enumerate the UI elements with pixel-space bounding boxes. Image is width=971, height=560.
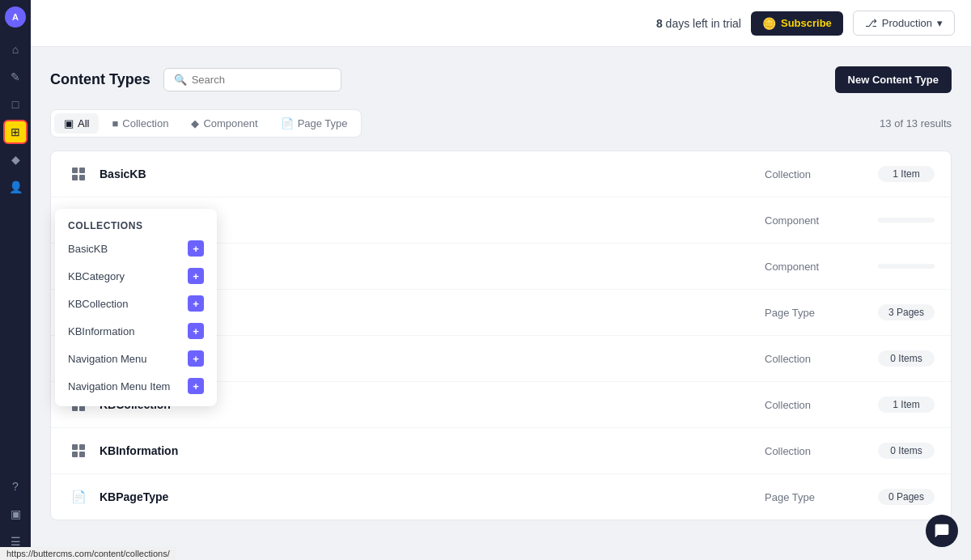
sidebar-item-media[interactable]: ◆ <box>3 147 28 172</box>
search-input[interactable] <box>192 74 331 86</box>
dropdown-item[interactable]: Navigation Menu + <box>55 345 217 372</box>
row-badge: 3 Pages <box>878 304 935 320</box>
dropdown-item[interactable]: BasicKB + <box>55 235 217 262</box>
search-icon: 🔍 <box>174 74 187 86</box>
row-badge <box>878 264 935 269</box>
add-icon[interactable]: + <box>188 378 204 394</box>
trial-info: 8 days left in trial <box>656 17 741 30</box>
tab-collection[interactable]: ■ Collection <box>102 113 178 134</box>
production-button[interactable]: ⎇ Production ▾ <box>853 11 955 36</box>
add-icon[interactable]: + <box>188 240 204 257</box>
page-title: Content Types <box>50 71 151 88</box>
row-badge <box>878 218 935 223</box>
coin-icon: 🪙 <box>762 17 776 30</box>
row-type-icon <box>67 163 90 185</box>
dropdown-header: Collections <box>55 215 217 235</box>
main-area: 8 days left in trial 🪙 Subscribe ⎇ Produ… <box>31 0 971 560</box>
component-icon: ◆ <box>191 117 199 129</box>
add-icon[interactable]: + <box>188 295 204 312</box>
row-badge: 0 Items <box>878 443 935 459</box>
collection-icon: ■ <box>112 117 118 129</box>
trial-text: days left in trial <box>666 17 741 30</box>
row-type: Page Type <box>765 307 878 319</box>
production-label: Production <box>882 17 932 29</box>
row-type: Collection <box>765 353 878 365</box>
url-bar: https://buttercms.com/content/collection… <box>0 547 176 560</box>
sidebar-item-modules[interactable]: ▣ <box>3 502 28 526</box>
dropdown-item-label: Navigation Menu Item <box>68 380 170 392</box>
trial-days: 8 <box>656 17 663 30</box>
dropdown-item-label: Navigation Menu <box>68 353 147 365</box>
row-type: Page Type <box>765 491 878 503</box>
table-row[interactable]: 📄 KBPageType Page Type 0 Pages <box>51 474 951 520</box>
new-content-type-button[interactable]: New Content Type <box>835 66 952 93</box>
sidebar-item-audience[interactable]: 👤 <box>3 175 28 199</box>
tab-all[interactable]: ▣ All <box>54 113 99 134</box>
dropdown-item[interactable]: KBCollection + <box>55 290 217 317</box>
filter-row: ▣ All ■ Collection ◆ Component 📄 Page Ty… <box>50 109 952 138</box>
row-name: BasicKB <box>100 168 765 180</box>
sidebar-item-pages[interactable]: □ <box>3 92 28 117</box>
filter-tabs: ▣ All ■ Collection ◆ Component 📄 Page Ty… <box>50 109 362 138</box>
avatar[interactable]: A <box>5 6 26 28</box>
content-area: Content Types 🔍 New Content Type ▣ All ■… <box>31 47 971 560</box>
tab-page-type[interactable]: 📄 Page Type <box>271 113 358 134</box>
dropdown-item[interactable]: Navigation Menu Item + <box>55 372 217 400</box>
add-icon[interactable]: + <box>188 350 204 367</box>
row-type: Collection <box>765 445 878 457</box>
add-icon[interactable]: + <box>188 323 204 339</box>
chevron-down-icon: ▾ <box>937 17 943 29</box>
dropdown-item-label: BasicKB <box>68 243 108 255</box>
search-box: 🔍 <box>163 68 341 91</box>
results-count: 13 of 13 results <box>880 117 952 129</box>
table-row[interactable]: KBInformation Collection 0 Items <box>51 428 951 474</box>
row-type-icon: 📄 <box>67 486 90 508</box>
dropdown-item[interactable]: KBCategory + <box>55 262 217 290</box>
dropdown-item-label: KBCategory <box>68 270 125 282</box>
all-icon: ▣ <box>64 117 74 129</box>
collections-dropdown: Collections BasicKB + KBCategory + KBCol… <box>55 209 217 406</box>
page-type-icon: 📄 <box>281 117 294 129</box>
row-type: Component <box>765 214 878 227</box>
dropdown-item-label: KBInformation <box>68 325 134 337</box>
row-type-icon <box>67 439 90 462</box>
subscribe-label: Subscribe <box>781 17 832 29</box>
sidebar-item-help[interactable]: ? <box>3 474 28 498</box>
chat-bubble[interactable] <box>926 515 958 547</box>
table-row[interactable]: BasicKB Collection 1 Item <box>51 151 951 197</box>
dropdown-item[interactable]: KBInformation + <box>55 317 217 345</box>
sidebar-item-blog[interactable]: ✎ <box>3 65 28 89</box>
row-type: Component <box>765 261 878 273</box>
add-icon[interactable]: + <box>188 268 204 284</box>
sidebar: A ⌂ ✎ □ ⊞ ◆ 👤 ? ▣ ☰ <box>0 0 31 560</box>
sidebar-item-home[interactable]: ⌂ <box>3 37 28 62</box>
row-type: Collection <box>765 168 878 180</box>
subscribe-button[interactable]: 🪙 Subscribe <box>751 11 843 36</box>
row-type: Collection <box>765 399 878 411</box>
sidebar-item-content-types[interactable]: ⊞ <box>3 120 28 144</box>
branch-icon: ⎇ <box>865 17 877 29</box>
dropdown-item-label: KBCollection <box>68 298 128 310</box>
row-badge: 0 Items <box>878 350 935 367</box>
content-header: Content Types 🔍 New Content Type <box>50 66 952 93</box>
row-badge: 1 Item <box>878 397 935 413</box>
row-name: KBPageType <box>100 490 765 503</box>
row-name: KBInformation <box>100 444 765 457</box>
row-badge: 0 Pages <box>878 489 935 505</box>
row-badge: 1 Item <box>878 166 935 182</box>
tab-component[interactable]: ◆ Component <box>181 113 267 134</box>
topbar: 8 days left in trial 🪙 Subscribe ⎇ Produ… <box>31 0 971 47</box>
header-left: Content Types 🔍 <box>50 68 341 91</box>
